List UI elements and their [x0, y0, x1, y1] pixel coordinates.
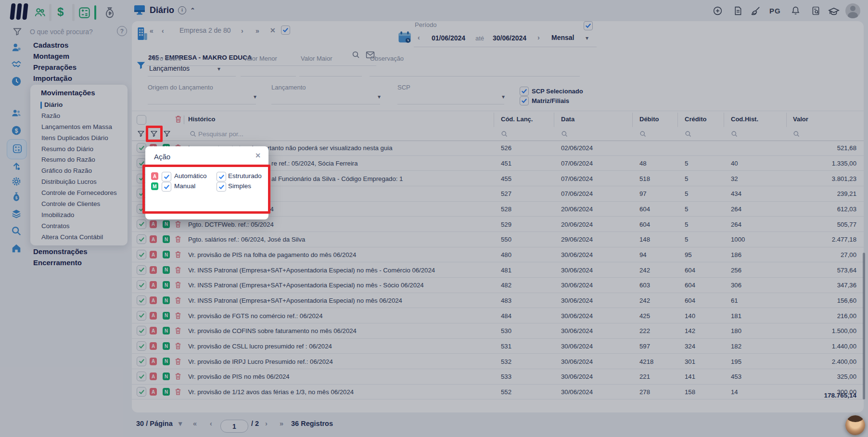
close-icon[interactable]: ✕: [255, 152, 261, 159]
popup-title: Ação: [154, 153, 170, 161]
highlight-box-options: [142, 165, 270, 214]
modal-dim-overlay: [0, 0, 868, 437]
app-window: $ PG O que você procura? ? $ $: [0, 0, 868, 437]
highlight-box-funnel: [146, 126, 163, 142]
support-chat-avatar[interactable]: [845, 415, 865, 435]
